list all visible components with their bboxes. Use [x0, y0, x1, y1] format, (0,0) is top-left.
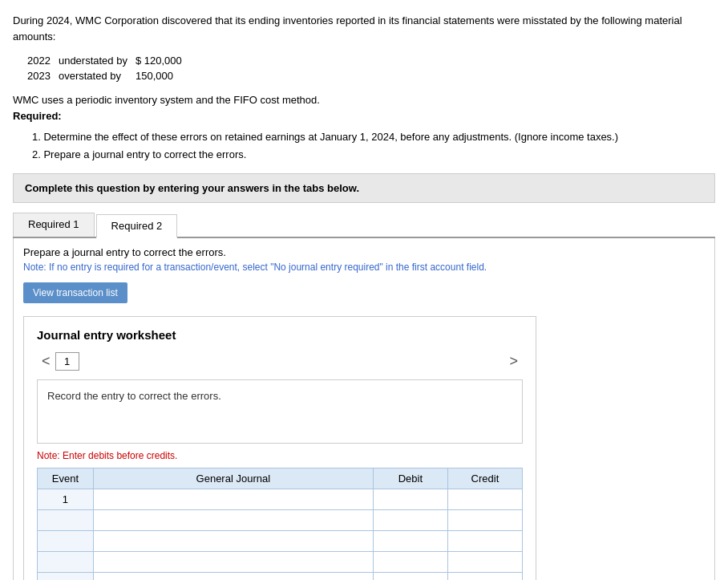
complete-banner: Complete this question by entering your … — [13, 173, 715, 203]
page-number-box: 1 — [55, 352, 79, 371]
table-row — [38, 552, 523, 573]
journal-input-cell[interactable] — [93, 489, 373, 510]
debit-input[interactable] — [378, 514, 443, 526]
nav-row: < 1 > — [37, 351, 523, 371]
requirement-1: 1. Determine the effect of these errors … — [32, 128, 715, 146]
credit-input-cell[interactable] — [447, 489, 522, 510]
debit-input-cell[interactable] — [373, 510, 447, 531]
journal-table: Event General Journal Debit Credit 1 — [37, 468, 523, 580]
event-cell — [38, 552, 94, 573]
tab-required1[interactable]: Required 1 — [13, 213, 95, 237]
wmc-note: WMC uses a periodic inventory system and… — [13, 92, 715, 124]
nav-right-arrow[interactable]: > — [504, 351, 523, 371]
debit-input-cell[interactable] — [373, 573, 447, 580]
event-cell — [38, 531, 94, 552]
inventory-amount: 150,000 — [135, 69, 188, 83]
inventory-description: understated by — [59, 54, 134, 67]
journal-input[interactable] — [99, 493, 368, 505]
journal-input[interactable] — [99, 535, 368, 547]
inventory-row: 2022 understated by $ 120,000 — [27, 54, 188, 67]
credit-input-cell[interactable] — [447, 510, 522, 531]
table-row — [38, 573, 523, 580]
credit-input[interactable] — [453, 556, 517, 568]
journal-input-cell[interactable] — [93, 510, 373, 531]
journal-input[interactable] — [99, 556, 368, 568]
col-header-general-journal: General Journal — [93, 468, 373, 489]
note-text: Note: If no entry is required for a tran… — [23, 262, 705, 273]
nav-left-arrow[interactable]: < — [37, 351, 55, 371]
debit-input-cell[interactable] — [373, 489, 447, 510]
inventory-row: 2023 overstated by 150,000 — [27, 69, 188, 83]
inventory-amount: $ 120,000 — [135, 54, 188, 67]
col-header-debit: Debit — [373, 468, 447, 489]
table-row — [38, 510, 523, 531]
journal-input[interactable] — [99, 577, 368, 580]
debit-input[interactable] — [378, 556, 443, 568]
debit-input[interactable] — [378, 535, 443, 547]
journal-input[interactable] — [99, 514, 368, 526]
debit-input-cell[interactable] — [373, 552, 447, 573]
record-entry-box: Record the entry to correct the errors. — [37, 379, 523, 444]
event-cell — [38, 573, 94, 580]
event-cell — [38, 510, 94, 531]
intro-paragraph: During 2024, WMC Corporation discovered … — [13, 13, 715, 44]
debit-input[interactable] — [378, 577, 443, 580]
tabs-container: Required 1 Required 2 — [13, 213, 715, 238]
inventory-table: 2022 understated by $ 120,000 2023 overs… — [26, 52, 190, 84]
journal-input-cell[interactable] — [93, 573, 373, 580]
tab-required2[interactable]: Required 2 — [96, 214, 178, 238]
credit-input-cell[interactable] — [447, 552, 522, 573]
required-label: Required: — [13, 110, 62, 122]
journal-input-cell[interactable] — [93, 552, 373, 573]
credit-input[interactable] — [453, 535, 517, 547]
requirements-list: 1. Determine the effect of these errors … — [32, 128, 715, 164]
inventory-year: 2022 — [27, 54, 57, 67]
journal-worksheet: Journal entry worksheet < 1 > Record the… — [23, 316, 536, 580]
credit-input-cell[interactable] — [447, 531, 522, 552]
table-row — [38, 531, 523, 552]
credit-input-cell[interactable] — [447, 573, 522, 580]
debit-input[interactable] — [378, 493, 443, 505]
tab-content: Prepare a journal entry to correct the e… — [13, 238, 715, 580]
note-debits: Note: Enter debits before credits. — [37, 450, 523, 461]
journal-input-cell[interactable] — [93, 531, 373, 552]
inventory-description: overstated by — [59, 69, 134, 83]
prepare-text: Prepare a journal entry to correct the e… — [23, 246, 705, 258]
table-row: 1 — [38, 489, 523, 510]
event-cell: 1 — [38, 489, 94, 510]
credit-input[interactable] — [453, 577, 517, 580]
debit-input-cell[interactable] — [373, 531, 447, 552]
col-header-event: Event — [38, 468, 94, 489]
view-transaction-button[interactable]: View transaction list — [23, 282, 127, 303]
credit-input[interactable] — [453, 493, 517, 505]
requirement-2: 2. Prepare a journal entry to correct th… — [32, 146, 715, 164]
col-header-credit: Credit — [447, 468, 522, 489]
credit-input[interactable] — [453, 514, 517, 526]
inventory-year: 2023 — [27, 69, 57, 83]
worksheet-title: Journal entry worksheet — [37, 328, 523, 342]
